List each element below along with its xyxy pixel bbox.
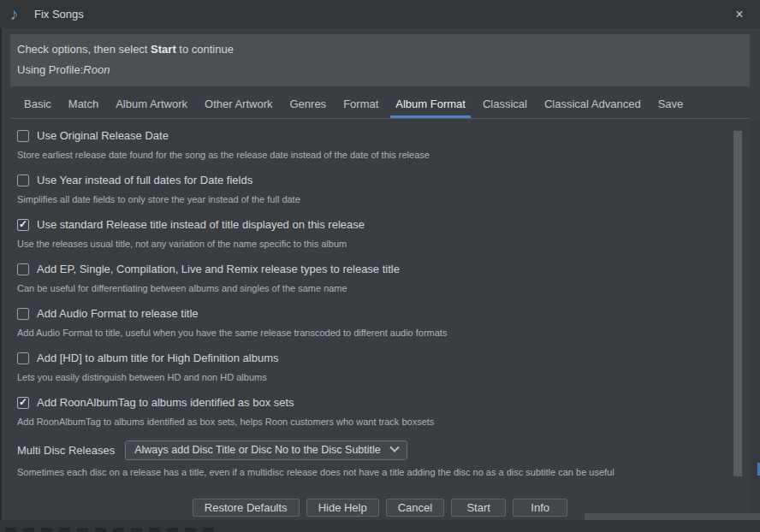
option-label: Add EP, Single, Compilation, Live and Re… (37, 262, 400, 277)
option-help-text: Add Audio Format to title, useful when y… (17, 327, 726, 339)
option-label: Add [HD] to album title for High Definit… (37, 351, 279, 366)
option-block: ✓ Add EP, Single, Compilation, Live and … (17, 262, 726, 294)
option-help-text: Simplifies all date fields to only store… (17, 193, 726, 205)
checkbox[interactable]: ✓ (17, 397, 29, 409)
background-window-clipped-text (5, 528, 221, 532)
background-window-strip (585, 513, 760, 520)
instruction-text: Check options, then select Start to cont… (17, 43, 743, 56)
multi-disc-selected-value: Always add Disc Title or Disc No to the … (134, 444, 381, 456)
option-label: Add Audio Format to release title (37, 306, 199, 322)
multi-disc-label: Multi Disc Releases (17, 444, 115, 457)
footer-button[interactable]: Info (513, 499, 567, 517)
profile-label: Using Profile: (17, 63, 83, 76)
instruction-suffix: to continue (176, 43, 234, 56)
tab[interactable]: Classical Advanced (539, 98, 646, 118)
check-icon: ✓ (19, 218, 27, 230)
option-label: Use standard Release title instead of ti… (37, 217, 365, 233)
chevron-down-icon (389, 443, 399, 452)
option-row: ✓ Use Original Release Date (17, 128, 726, 144)
option-block: ✓ Use Original Release Date Store earlie… (17, 128, 726, 161)
footer-button[interactable]: Hide Help (306, 499, 379, 517)
option-block: ✓ Add RoonAlbumTag to albums identified … (17, 395, 726, 428)
option-help-text: Lets you easily distinguish between HD a… (17, 371, 726, 383)
option-help-text: Use the releases usual title, not any va… (17, 238, 726, 250)
vertical-scrollbar-thumb[interactable] (733, 131, 742, 476)
option-label: Use Year instead of full dates for Date … (37, 173, 252, 188)
option-label: Use Original Release Date (37, 128, 169, 144)
tab[interactable]: Format (338, 98, 383, 118)
tab[interactable]: Match (63, 98, 104, 118)
multi-disc-help-text: Sometimes each disc on a release has a t… (17, 466, 726, 478)
option-row: ✓ Add [HD] to album title for High Defin… (17, 351, 726, 366)
checkbox[interactable]: ✓ (17, 263, 29, 275)
tab[interactable]: Other Artwork (199, 98, 277, 118)
footer-button[interactable]: Start (451, 499, 506, 517)
profile-text: Using Profile:Roon (17, 63, 743, 76)
tab[interactable]: Classical (478, 98, 532, 118)
background-window-bottom-strip (0, 520, 760, 532)
header-message-band: Check options, then select Start to cont… (10, 34, 750, 86)
right-edge-strip (750, 121, 760, 520)
checkbox[interactable]: ✓ (17, 130, 29, 142)
multi-disc-dropdown[interactable]: Always add Disc Title or Disc No to the … (125, 440, 407, 460)
close-icon[interactable]: × (729, 7, 750, 22)
checkbox[interactable]: ✓ (17, 219, 29, 231)
tab[interactable]: Basic (19, 98, 56, 118)
option-help-text: Add RoonAlbumTag to albums identified as… (17, 416, 726, 428)
tab[interactable]: Save (653, 98, 689, 118)
checkbox[interactable]: ✓ (17, 174, 29, 186)
checkbox[interactable]: ✓ (17, 308, 29, 320)
instruction-start-word: Start (151, 43, 176, 56)
multi-disc-row: Multi Disc Releases Always add Disc Titl… (17, 440, 726, 460)
options-panel: ✓ Use Original Release Date Store earlie… (0, 119, 760, 478)
tab[interactable]: Album Format (390, 98, 471, 118)
option-row: ✓ Add Audio Format to release title (17, 306, 726, 322)
option-row: ✓ Add EP, Single, Compilation, Live and … (17, 262, 726, 277)
option-row: ✓ Add RoonAlbumTag to albums identified … (17, 395, 726, 411)
music-note-icon: ♪ (10, 6, 26, 23)
option-help-text: Store earliest release date found for th… (17, 149, 726, 161)
option-row: ✓ Use Year instead of full dates for Dat… (17, 173, 726, 188)
fix-songs-dialog: ♪ Fix Songs × Check options, then select… (0, 0, 760, 532)
option-block: ✓ Add [HD] to album title for High Defin… (17, 351, 726, 383)
checkbox[interactable]: ✓ (17, 352, 29, 364)
option-block: ✓ Use standard Release title instead of … (17, 217, 726, 250)
footer-button[interactable]: Restore Defaults (193, 499, 300, 517)
options-list: ✓ Use Original Release Date Store earlie… (17, 128, 726, 428)
option-block: ✓ Add Audio Format to release title Add … (17, 306, 726, 339)
profile-value: Roon (83, 63, 110, 76)
tab[interactable]: Genres (284, 98, 331, 118)
window-title: Fix Songs (34, 8, 84, 21)
tab-bar: Basic Match Album Artwork Other Artwork … (10, 86, 750, 119)
instruction-prefix: Check options, then select (17, 43, 151, 56)
option-row: ✓ Use standard Release title instead of … (17, 217, 726, 233)
footer-button[interactable]: Cancel (386, 499, 444, 517)
left-edge-strip (0, 28, 2, 532)
option-block: ✓ Use Year instead of full dates for Dat… (17, 173, 726, 205)
option-help-text: Can be useful for differentiating betwee… (17, 282, 726, 294)
check-icon: ✓ (19, 396, 27, 408)
title-bar: ♪ Fix Songs × (0, 0, 760, 28)
option-label: Add RoonAlbumTag to albums identified as… (37, 395, 294, 411)
tab[interactable]: Album Artwork (110, 98, 193, 118)
